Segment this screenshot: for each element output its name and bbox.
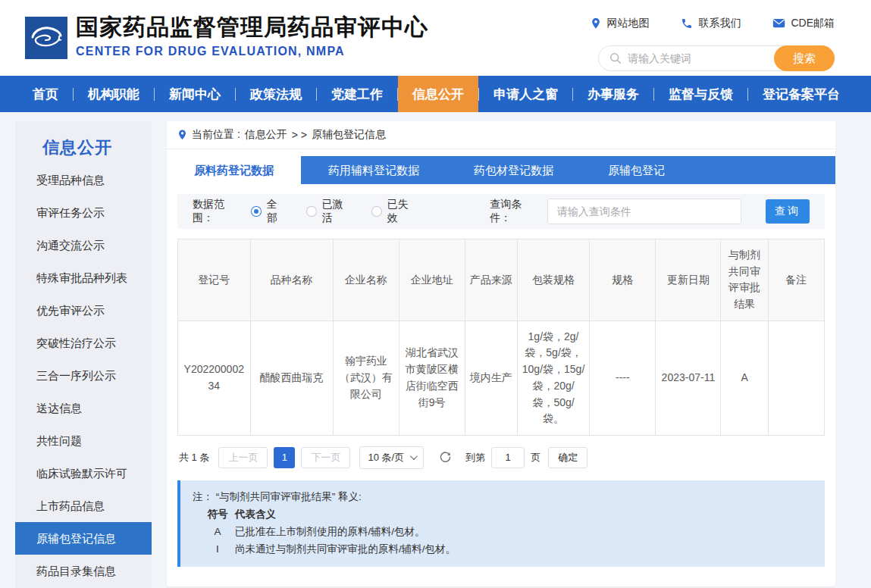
registration-table: 登记号 品种名称 企业名称 企业地址 产品来源 包装规格 规格 更新日期 与制剂… [177,239,825,436]
cde-logo[interactable] [25,17,67,59]
mail-link[interactable]: CDE邮箱 [772,17,835,30]
sidebar-item-accepted-products[interactable]: 受理品种信息 [15,164,152,196]
goto-prefix: 到第 [465,451,485,464]
note-symbol-a: A [200,523,235,540]
table-header-row: 登记号 品种名称 企业名称 企业地址 产品来源 包装规格 规格 更新日期 与制剂… [178,239,825,321]
page-number-button[interactable]: 1 [274,447,295,468]
header-packaging-spec: 包装规格 [517,239,590,321]
site-title: 国家药品监督管理局药品审评中心 [76,14,428,41]
pagination-total: 共 1 条 [179,451,209,464]
sidebar-item-common-issues[interactable]: 共性问题 [15,424,152,457]
confirm-button[interactable]: 确定 [548,447,587,468]
next-page-button[interactable]: 下一页 [301,447,350,468]
radio-activated[interactable]: 已激活 [306,198,352,225]
nav-item-policy[interactable]: 政策法规 [236,76,316,112]
page-size-select[interactable]: 10 条/页 [359,446,424,469]
sidebar-item-clinical-trial-license[interactable]: 临床试验默示许可 [15,457,152,489]
tab-excipient-data[interactable]: 药用辅料登记数据 [301,156,446,184]
breadcrumb-pin-icon [177,129,187,141]
brand-text: 国家药品监督管理局药品审评中心 CENTER FOR DRUG EVALUATI… [76,14,428,58]
nav-item-home[interactable]: 首页 [18,76,73,112]
cell-update-date: 2023-07-11 [656,321,721,435]
main-nav: 首页 机构职能 新闻中心 政策法规 党建工作 信息公开 申请人之窗 办事服务 监… [0,76,871,112]
nav-item-news[interactable]: 新闻中心 [155,76,235,112]
radio-activated-label: 已激活 [322,198,352,225]
goto-page-input[interactable] [491,447,525,468]
query-button[interactable]: 查询 [766,199,810,224]
site-search: 搜索 [598,45,835,71]
nav-item-info-disclosure[interactable]: 信息公开 [398,76,478,112]
sidebar-item-review-tasks[interactable]: 审评任务公示 [15,196,152,229]
radio-all[interactable]: 全部 [251,198,287,225]
main-panel: 当前位置 : 信息公开 > > 原辅包登记信息 原料药登记数据 药用辅料登记数据… [167,121,835,586]
sitemap-link[interactable]: 网站地图 [591,17,649,30]
radio-expired-circle[interactable] [371,206,381,217]
sidebar-title: 信息公开 [15,121,152,164]
note-symbol-i: I [200,540,235,558]
tab-raw-excipient-packaging[interactable]: 原辅包登记 [581,156,692,184]
refresh-button[interactable] [439,451,452,464]
sidebar-item-three-in-one[interactable]: 三合一序列公示 [15,359,152,392]
cell-joint-review-result: A [721,321,768,435]
goto-suffix: 页 [531,451,540,464]
note-col-meaning: 代表含义 [235,505,813,523]
nav-item-party[interactable]: 党建工作 [317,76,397,112]
query-input[interactable] [547,199,741,224]
cell-company-name: 翰宇药业（武汉）有限公司 [333,321,399,435]
nav-item-supervision[interactable]: 监督与反馈 [654,76,747,112]
header-product-name: 品种名称 [250,239,333,321]
contact-label: 联系我们 [698,17,741,30]
site-search-input[interactable] [628,52,764,64]
breadcrumb-current-page[interactable]: 原辅包登记信息 [312,128,386,142]
breadcrumb-prefix: 当前位置 : [192,128,240,142]
search-icon [609,52,622,64]
cell-packaging-spec: 1g/袋，2g/袋，5g/袋，10g/袋，15g/袋，20g/袋，50g/袋。 [517,321,590,435]
sidebar-item-breakthrough-therapy[interactable]: 突破性治疗公示 [15,327,152,359]
data-tabs: 原料药登记数据 药用辅料登记数据 药包材登记数据 原辅包登记 [167,156,835,184]
header-update-date: 更新日期 [656,239,721,321]
sidebar-item-priority-review[interactable]: 优先审评公示 [15,294,152,327]
cell-product-name: 醋酸西曲瑞克 [250,321,333,435]
site-header: 国家药品监督管理局药品审评中心 CENTER FOR DRUG EVALUATI… [0,0,871,76]
cell-registration-no: Y20220000234 [178,321,251,435]
breadcrumb-info-disclosure[interactable]: 信息公开 [245,128,287,142]
sidebar-item-marketed-drugs[interactable]: 上市药品信息 [15,489,152,522]
scope-label: 数据范围： [193,198,243,225]
sidebar-item-drug-catalog[interactable]: 药品目录集信息 [15,555,152,587]
radio-expired[interactable]: 已失效 [371,198,417,225]
cell-remarks [768,321,824,435]
site-search-button[interactable]: 搜索 [774,45,835,71]
cell-company-address: 湖北省武汉市黄陂区横店街临空西街9号 [399,321,465,435]
header-registration-no: 登记号 [178,239,251,321]
note-box: 注： “与制剂共同审评审批结果” 释义: 符号 代表含义 A 已批准在上市制剂使… [177,480,825,567]
nav-item-services[interactable]: 办事服务 [573,76,653,112]
nav-item-registration-platform[interactable]: 登记备案平台 [748,76,854,112]
radio-activated-circle[interactable] [306,206,316,217]
table-row: Y20220000234 醋酸西曲瑞克 翰宇药业（武汉）有限公司 湖北省武汉市黄… [178,321,825,435]
page-size-value: 10 条/页 [368,451,404,464]
cell-product-source: 境内生产 [465,321,517,435]
radio-expired-label: 已失效 [387,198,418,225]
sidebar-item-delivery-info[interactable]: 送达信息 [15,392,152,424]
tab-raw-material-data[interactable]: 原料药登记数据 [167,156,301,184]
nav-item-applicant[interactable]: 申请人之窗 [479,76,572,112]
header-remarks: 备注 [768,239,824,321]
tab-packaging-material-data[interactable]: 药包材登记数据 [446,156,581,184]
header-company-name: 企业名称 [333,239,399,321]
scope-radio-group: 全部 已激活 已失效 [251,198,417,225]
note-meaning-a: 已批准在上市制剂使用的原料/辅料/包材。 [235,523,813,540]
radio-all-circle[interactable] [251,206,261,217]
nav-item-org[interactable]: 机构职能 [74,76,154,112]
query-label: 查询条件： [490,198,540,225]
contact-link[interactable]: 联系我们 [681,17,741,30]
site-subtitle: CENTER FOR DRUG EVALUATION, NMPA [76,45,428,58]
location-pin-icon [591,17,601,30]
prev-page-button[interactable]: 上一页 [218,447,268,468]
quick-links: 网站地图 联系我们 CDE邮箱 [591,17,835,30]
sidebar-item-raw-material-registration[interactable]: 原辅包登记信息 [15,522,152,555]
sidebar-item-communication[interactable]: 沟通交流公示 [15,229,152,261]
page: 国家药品监督管理局药品审评中心 CENTER FOR DRUG EVALUATI… [0,0,871,588]
chevron-down-icon [410,453,418,461]
sidebar-item-special-approval[interactable]: 特殊审批品种列表 [15,261,152,294]
cell-spec: ---- [590,321,656,435]
